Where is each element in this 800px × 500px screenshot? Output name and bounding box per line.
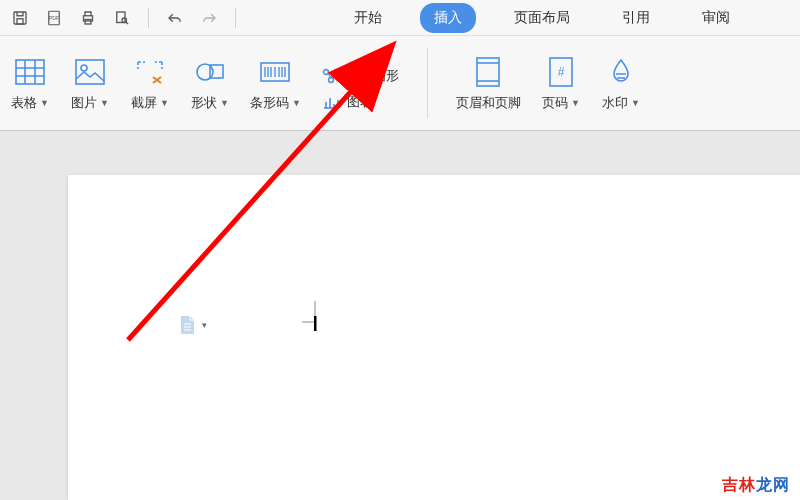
header-footer-icon	[470, 54, 506, 90]
table-label: 表格	[11, 94, 37, 112]
page-number-button[interactable]: # 页码▼	[541, 54, 581, 112]
svg-text:#: #	[558, 65, 565, 79]
print-icon[interactable]	[76, 6, 100, 30]
page-number-icon: #	[543, 54, 579, 90]
watermark-label: 水印	[602, 94, 628, 112]
tab-start[interactable]: 开始	[340, 3, 396, 33]
chevron-down-icon: ▼	[631, 98, 640, 108]
chevron-down-icon: ▼	[220, 98, 229, 108]
smartart-label: 智能图形	[347, 67, 399, 85]
page-indicator-icon[interactable]: ▾	[178, 315, 207, 335]
preview-icon[interactable]	[110, 6, 134, 30]
header-footer-button[interactable]: 页眉和页脚	[456, 54, 521, 112]
tab-insert[interactable]: 插入	[420, 3, 476, 33]
save-icon[interactable]	[8, 6, 32, 30]
svg-rect-6	[117, 12, 125, 23]
barcode-button[interactable]: 条形码▼	[250, 54, 301, 112]
page-number-label: 页码	[542, 94, 568, 112]
small-group: 智能图形 图表	[321, 66, 399, 112]
chevron-down-icon: ▼	[100, 98, 109, 108]
tab-review[interactable]: 审阅	[688, 3, 744, 33]
chevron-down-icon: ▼	[40, 98, 49, 108]
picture-icon	[72, 54, 108, 90]
chevron-down-icon: ▼	[571, 98, 580, 108]
svg-rect-8	[16, 60, 44, 84]
tab-layout[interactable]: 页面布局	[500, 3, 584, 33]
undo-icon[interactable]	[163, 6, 187, 30]
text-cursor	[302, 301, 326, 335]
svg-point-16	[328, 78, 333, 83]
redo-icon[interactable]	[197, 6, 221, 30]
shapes-button[interactable]: 形状▼	[190, 54, 230, 112]
chart-label: 图表	[347, 93, 373, 111]
divider	[148, 8, 149, 28]
ribbon-group-2: 页眉和页脚 # 页码▼ 水印▼	[456, 54, 641, 112]
smartart-icon	[321, 66, 341, 86]
screenshot-label: 截屏	[131, 94, 157, 112]
top-toolbar: PDF 开始 插入 页面布局 引用 审阅	[0, 0, 800, 36]
svg-rect-0	[14, 12, 26, 24]
site-watermark: 吉林龙网	[722, 475, 790, 496]
divider	[235, 8, 236, 28]
svg-rect-1	[17, 18, 23, 23]
screenshot-icon	[132, 54, 168, 90]
tab-reference[interactable]: 引用	[608, 3, 664, 33]
chevron-down-icon: ▼	[292, 98, 301, 108]
group-separator	[427, 48, 428, 118]
ribbon-group-1: 表格▼ 图片▼ 截屏▼ 形状▼ 条形码▼	[10, 54, 399, 112]
svg-text:PDF: PDF	[49, 15, 60, 21]
svg-rect-5	[85, 19, 91, 24]
watermark-button[interactable]: 水印▼	[601, 54, 641, 112]
picture-label: 图片	[71, 94, 97, 112]
menu-tabs: 开始 插入 页面布局 引用 审阅	[340, 0, 744, 35]
chart-button[interactable]: 图表	[321, 92, 399, 112]
chevron-down-icon: ▼	[160, 98, 169, 108]
table-icon	[12, 54, 48, 90]
smartart-button[interactable]: 智能图形	[321, 66, 399, 86]
watermark-icon	[603, 54, 639, 90]
svg-rect-20	[314, 316, 317, 331]
ribbon-insert: 表格▼ 图片▼ 截屏▼ 形状▼ 条形码▼	[0, 36, 800, 131]
picture-button[interactable]: 图片▼	[70, 54, 110, 112]
barcode-icon	[257, 54, 293, 90]
table-button[interactable]: 表格▼	[10, 54, 50, 112]
document-page[interactable]: ▾	[68, 175, 800, 500]
svg-rect-9	[76, 60, 104, 84]
shapes-label: 形状	[191, 94, 217, 112]
chevron-down-icon: ▾	[202, 320, 207, 330]
screenshot-button[interactable]: 截屏▼	[130, 54, 170, 112]
shapes-icon	[192, 54, 228, 90]
chart-icon	[321, 92, 341, 112]
header-footer-label: 页眉和页脚	[456, 94, 521, 112]
barcode-label: 条形码	[250, 94, 289, 112]
svg-point-10	[81, 65, 87, 71]
pdf-icon[interactable]: PDF	[42, 6, 66, 30]
